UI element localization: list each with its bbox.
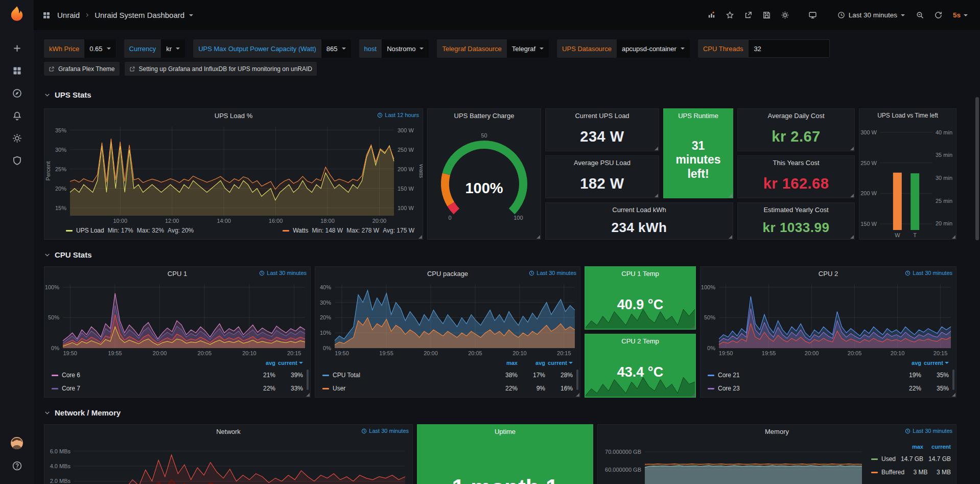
sidebar-item-server-admin[interactable] xyxy=(5,149,29,172)
panel-title[interactable]: This Years Cost xyxy=(738,156,854,169)
panel-title[interactable]: Current UPS Load xyxy=(546,109,659,122)
network-chart[interactable]: 2.0 MBs4.0 MBs6.0 MBs xyxy=(44,438,412,484)
sidebar-item-help[interactable] xyxy=(5,454,29,477)
legend-item-ups-load[interactable]: UPS Load Min: 17% Max: 32% Avg: 20% xyxy=(66,227,194,234)
legend-row-used[interactable]: Used 14.7 GB 14.7 GB xyxy=(871,452,951,466)
ups-battery-gauge[interactable]: 050100100% xyxy=(428,122,541,239)
add-panel-button[interactable] xyxy=(704,7,720,24)
ups-load-chart[interactable]: 10:0012:0014:0016:0018:0020:0015%20%25%3… xyxy=(44,122,423,225)
grafana-logo[interactable] xyxy=(8,5,26,24)
section-network-memory[interactable]: Network / Memory xyxy=(44,406,980,419)
star-button[interactable] xyxy=(722,7,738,24)
variable-label: Telegraf Datasource xyxy=(437,39,506,58)
panel-title-ups-load-vs-time[interactable]: UPS Load vs Time left xyxy=(859,109,956,122)
cpu-package-chart[interactable]: 19:5019:5520:0020:0520:1020:150%10%20%30… xyxy=(315,280,580,357)
memory-chart[interactable]: 50.000000 GB60.000000 GB70.000000 GB xyxy=(598,438,869,484)
panel-title-ups-battery[interactable]: UPS Battery Charge xyxy=(428,109,541,122)
variable-host[interactable]: host Nostromo xyxy=(359,39,429,58)
section-cpu-stats[interactable]: CPU Stats xyxy=(44,248,980,261)
panel-title-ups-load[interactable]: UPS Load % Last 12 hours xyxy=(44,109,423,122)
variable-value-dropdown[interactable]: Nostromo xyxy=(382,39,429,58)
cpu-1-chart[interactable]: 19:5019:5520:0020:0520:1020:150%50%100% xyxy=(44,280,310,357)
stat-value: kr 162.68 xyxy=(738,169,854,198)
share-button[interactable] xyxy=(740,7,757,24)
svg-text:20:00: 20:00 xyxy=(372,218,387,224)
variable-value-dropdown[interactable]: Telegraf xyxy=(507,39,549,58)
legend-scrollbar[interactable] xyxy=(952,370,954,390)
legend-row-cpu-total[interactable]: CPU Total 38% 17% 28% xyxy=(322,368,573,382)
variable-ups-max-output[interactable]: UPS Max Output Power Capacity (Watt) 865 xyxy=(193,39,351,58)
panel-time-override[interactable]: Last 30 minutes xyxy=(905,270,952,276)
breadcrumb-folder[interactable]: Unraid xyxy=(57,11,80,19)
sidebar-item-alerting[interactable] xyxy=(5,104,29,127)
legend-row-core-23[interactable]: Core 23 22% 35% xyxy=(708,382,949,395)
variable-cpu-threads[interactable]: CPU Threads xyxy=(698,39,830,58)
time-range-picker[interactable]: Last 30 minutes xyxy=(832,7,910,24)
panel-title-cpu-2[interactable]: CPU 2 Last 30 minutes xyxy=(701,267,956,280)
panel-title-network[interactable]: Network Last 30 minutes xyxy=(44,425,412,438)
panel-time-override[interactable]: Last 30 minutes xyxy=(361,428,409,434)
panel-title[interactable]: Estimated Yearly Cost xyxy=(738,203,854,216)
sidebar-item-configuration[interactable] xyxy=(5,127,29,149)
panel-time-override[interactable]: Last 30 minutes xyxy=(259,270,307,276)
panel-title-memory[interactable]: Memory Last 30 minutes xyxy=(598,425,956,438)
legend-item-watts[interactable]: Watts Min: 148 W Max: 278 W Avg: 175 W xyxy=(283,227,414,234)
cpu-2-chart[interactable]: 19:5019:5520:0020:0520:1020:150%50%100% xyxy=(701,280,956,357)
sidebar-item-create[interactable] xyxy=(5,37,29,59)
panel-title[interactable]: CPU 2 Temp xyxy=(585,334,695,348)
variable-value-dropdown[interactable]: 0.65 xyxy=(84,39,115,58)
legend-row-core-21[interactable]: Core 21 19% 35% xyxy=(708,368,949,382)
legend-header[interactable]: avg current xyxy=(52,357,303,368)
panel-title[interactable]: UPS Runtime xyxy=(664,109,733,122)
variable-telegraf-datasource[interactable]: Telegraf Datasource Telegraf xyxy=(437,39,549,58)
legend-header[interactable]: max current xyxy=(871,441,951,452)
sidebar-item-explore[interactable] xyxy=(5,82,29,104)
panel-time-override[interactable]: Last 30 minutes xyxy=(529,270,576,276)
panel-title-cpu-package[interactable]: CPU package Last 30 minutes xyxy=(315,267,580,280)
scrollbar-thumb[interactable] xyxy=(975,97,979,240)
cycle-view-mode-button[interactable] xyxy=(805,7,821,24)
panel-title[interactable]: CPU 1 Temp xyxy=(585,267,695,280)
panel-title-cpu-1[interactable]: CPU 1 Last 30 minutes xyxy=(44,267,310,280)
panel-time-override[interactable]: Last 30 minutes xyxy=(905,428,952,434)
legend-scrollbar[interactable] xyxy=(307,370,309,390)
sidebar-item-dashboards[interactable] xyxy=(5,59,29,82)
caret-down-icon xyxy=(419,48,424,50)
legend-row-core-6[interactable]: Core 6 21% 39% xyxy=(52,368,303,382)
section-ups-stats[interactable]: UPS Stats xyxy=(44,88,980,101)
breadcrumb-dashboard-title[interactable]: Unraid System Dashboard xyxy=(95,11,184,19)
user-avatar[interactable] xyxy=(5,432,29,454)
refresh-interval-picker[interactable]: 5s xyxy=(949,7,972,24)
refresh-button[interactable] xyxy=(930,7,947,24)
zoom-out-button[interactable] xyxy=(912,7,928,24)
dashboard-link-plex-theme[interactable]: Grafana Plex Theme xyxy=(44,62,120,76)
variable-value-dropdown[interactable]: apcupsd-container xyxy=(617,39,690,58)
dashboard-icon[interactable] xyxy=(42,11,51,20)
dashboard-link-ups-monitoring[interactable]: Setting up Grafana and InfluxDB for UPS … xyxy=(125,62,317,76)
variable-value-dropdown[interactable]: 865 xyxy=(321,39,351,58)
variable-kwh-price[interactable]: kWh Price 0.65 xyxy=(44,39,116,58)
legend-header[interactable]: avg current xyxy=(708,357,949,368)
ups-load-vs-time-chart[interactable]: 150 W200 W250 W300 W20 min25 min30 min35… xyxy=(859,122,956,239)
variable-currency[interactable]: Currency kr xyxy=(124,39,185,58)
page-scrollbar[interactable] xyxy=(975,31,979,483)
legend-row-core-7[interactable]: Core 7 22% 33% xyxy=(52,382,303,395)
legend-header[interactable]: max avg current xyxy=(322,357,573,368)
variable-text-input[interactable] xyxy=(748,39,830,58)
sort-caret-icon xyxy=(945,362,949,364)
panel-time-override[interactable]: Last 12 hours xyxy=(377,112,419,118)
legend-row-buffered[interactable]: Buffered 3 MB 3 MB xyxy=(871,466,951,479)
panel-estimated-yearly-cost: Estimated Yearly Cost kr 1033.99 xyxy=(737,202,855,240)
legend-row-user[interactable]: User 22% 9% 16% xyxy=(322,382,573,395)
dashboard-settings-button[interactable] xyxy=(777,7,794,24)
panel-title-uptime[interactable]: Uptime xyxy=(417,425,593,438)
variable-value-dropdown[interactable]: kr xyxy=(161,39,185,58)
variable-ups-datasource[interactable]: UPS Datasource apcupsd-container xyxy=(557,39,690,58)
svg-text:16:00: 16:00 xyxy=(269,218,283,224)
panel-title[interactable]: Current Load kWh xyxy=(546,203,733,216)
panel-title[interactable]: Average PSU Load xyxy=(546,156,659,169)
legend-scrollbar[interactable] xyxy=(576,370,578,390)
panel-title[interactable]: Average Daily Cost xyxy=(738,109,854,122)
panel-current-load-kwh: Current Load kWh 234 kWh xyxy=(545,202,733,240)
save-button[interactable] xyxy=(759,7,775,24)
